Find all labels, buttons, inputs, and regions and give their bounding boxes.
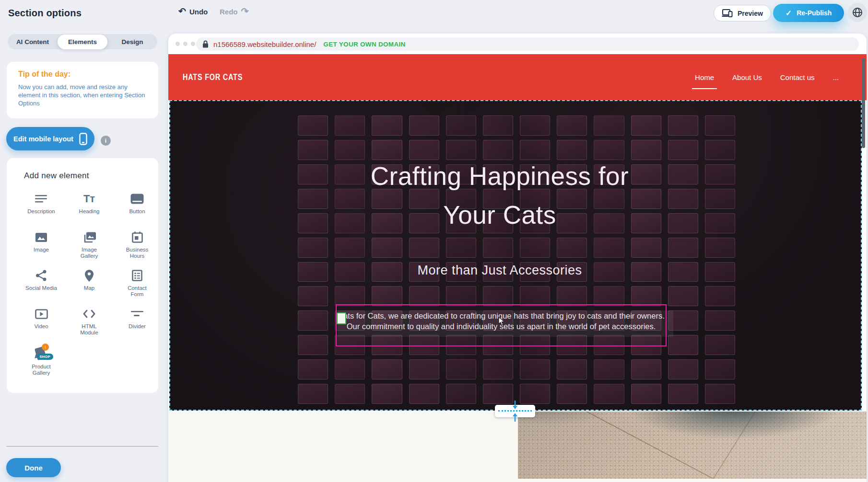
image-gallery-icon <box>83 230 96 244</box>
tip-title: Tip of the day: <box>18 70 70 79</box>
add-element-title: Add new element <box>24 171 89 181</box>
nav-contact-us[interactable]: Contact us <box>779 70 816 84</box>
panel-tabs: AI Content Elements Design <box>8 34 157 49</box>
check-icon: ✓ <box>786 9 792 18</box>
lock-icon <box>202 40 209 48</box>
tab-design[interactable]: Design <box>107 34 157 49</box>
preview-label: Preview <box>738 10 763 17</box>
language-globe-button[interactable] <box>848 3 867 22</box>
upgrade-arrow-icon: ↑ <box>42 344 49 351</box>
button-icon <box>130 192 144 206</box>
element-contact-form[interactable]: Contact Form <box>113 268 161 307</box>
redo-button[interactable]: Redo ↷ <box>220 6 248 17</box>
tip-body: Now you can add, move and resize any ele… <box>18 83 146 107</box>
panel-divider <box>6 446 158 447</box>
mouse-cursor <box>498 317 505 326</box>
site-url[interactable]: n1566589.websitebuilder.online/ <box>213 40 316 48</box>
edit-mobile-layout-button[interactable]: Edit mobile layout <box>6 127 94 150</box>
republish-button[interactable]: ✓ Re-Publish <box>773 4 844 22</box>
element-button[interactable]: Button <box>113 192 161 230</box>
heading-icon: Tᴛ <box>83 192 95 206</box>
site-nav: Home About Us Contact us ... <box>694 70 840 84</box>
edit-mobile-label: Edit mobile layout <box>13 135 73 143</box>
browser-chrome: n1566589.websitebuilder.online/ GET YOUR… <box>168 34 867 54</box>
get-domain-link[interactable]: GET YOUR OWN DOMAIN <box>323 41 405 48</box>
element-image-gallery[interactable]: Image Gallery <box>65 230 113 268</box>
element-product-gallery[interactable]: ↑ SHOP Product Gallery <box>17 345 65 388</box>
site-viewport: HATS FOR CATS Home About Us Contact us .… <box>168 54 867 482</box>
undo-label: Undo <box>189 8 208 16</box>
hero-subheading[interactable]: More than Just Accessories <box>170 263 829 278</box>
element-business-hours[interactable]: Business Hours <box>113 230 161 268</box>
share-icon <box>35 268 47 283</box>
info-icon[interactable]: i <box>101 136 111 146</box>
nav-home[interactable]: Home <box>694 70 715 84</box>
element-html-module[interactable]: HTML Module <box>65 307 113 345</box>
nav-about-us[interactable]: About Us <box>731 70 763 84</box>
phone-icon <box>79 133 87 145</box>
element-drag-handle[interactable] <box>337 312 346 324</box>
redo-label: Redo <box>220 8 238 16</box>
preview-button[interactable]: Preview <box>714 5 771 22</box>
hero-heading[interactable]: Crafting Happiness for Your Cats <box>170 157 829 234</box>
nav-more-ellipsis[interactable]: ... <box>832 70 840 84</box>
site-header-section[interactable]: HATS FOR CATS Home About Us Contact us .… <box>168 54 867 100</box>
divider-icon <box>131 307 143 321</box>
tab-elements[interactable]: Elements <box>58 34 107 49</box>
tab-ai-content[interactable]: AI Content <box>8 34 58 49</box>
element-video[interactable]: Video <box>17 307 65 345</box>
resize-arrows-icon <box>512 401 518 422</box>
hero-section-selected[interactable]: Crafting Happiness for Your Cats More th… <box>169 100 862 411</box>
element-grid: Description Tᴛ Heading Button Image <box>17 192 161 388</box>
element-heading[interactable]: Tᴛ Heading <box>65 192 113 230</box>
undo-icon: ↶ <box>178 6 186 17</box>
site-preview-window: n1566589.websitebuilder.online/ GET YOUR… <box>168 34 867 482</box>
element-social-media[interactable]: Social Media <box>17 268 65 307</box>
done-button[interactable]: Done <box>6 458 61 477</box>
republish-label: Re-Publish <box>797 9 832 17</box>
map-pin-icon <box>85 268 94 283</box>
undo-button[interactable]: ↶ Undo <box>178 6 208 17</box>
image-icon <box>35 230 47 244</box>
add-element-card: Add new element Description Tᴛ Heading B… <box>7 158 158 393</box>
calendar-icon <box>132 230 143 244</box>
shop-badge: SHOP <box>37 354 53 360</box>
product-gallery-icon: ↑ SHOP <box>33 345 50 361</box>
preview-scrollbar[interactable] <box>862 58 865 148</box>
site-logo[interactable]: HATS FOR CATS <box>183 72 243 82</box>
app-root: Section options ↶ Undo Redo ↷ Preview ✓ … <box>0 0 868 482</box>
section-resize-handle[interactable] <box>495 405 535 417</box>
globe-icon <box>852 7 863 18</box>
element-divider[interactable]: Divider <box>113 307 161 345</box>
element-image[interactable]: Image <box>17 230 65 268</box>
redo-icon: ↷ <box>241 6 249 17</box>
page-title: Section options <box>8 8 82 19</box>
window-dots <box>176 42 195 46</box>
devices-icon <box>722 9 733 18</box>
code-icon <box>83 307 95 321</box>
tip-of-the-day-card: Tip of the day: Now you can add, move an… <box>7 62 158 118</box>
description-icon <box>35 192 47 206</box>
address-bar[interactable]: n1566589.websitebuilder.online/ GET YOUR… <box>196 37 859 51</box>
form-icon <box>132 268 142 283</box>
floor-tiles-photo <box>518 412 867 479</box>
video-icon <box>35 307 48 321</box>
element-map[interactable]: Map <box>65 268 113 307</box>
element-description[interactable]: Description <box>17 192 65 230</box>
